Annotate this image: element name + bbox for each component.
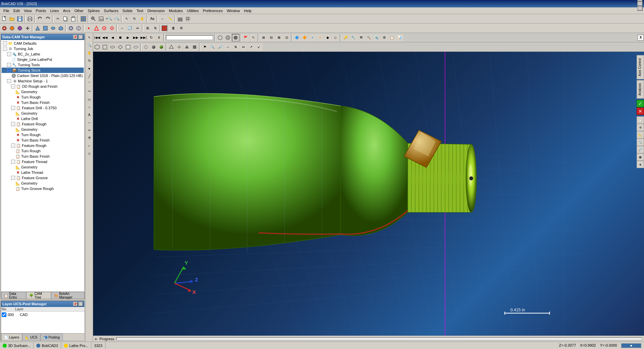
toolpath-button[interactable] — [8, 25, 16, 32]
menu-other[interactable]: Other — [72, 8, 86, 13]
vp2-front[interactable] — [101, 43, 109, 51]
tree-feature-drill[interactable]: - 📋 Feature Drill - 0.3750 — [2, 105, 84, 111]
vp-tool2[interactable]: 🔧 — [350, 34, 357, 41]
menu-arcs[interactable]: Arcs — [61, 8, 72, 13]
left-tb-offset[interactable]: ⇈ — [86, 134, 93, 142]
vp2-shaded[interactable] — [150, 43, 157, 51]
expand-machine[interactable]: - — [7, 79, 11, 83]
vp-shape2[interactable]: 🔶 — [301, 34, 308, 41]
shading-button[interactable] — [67, 25, 75, 32]
tree-feature-rough-1[interactable]: - 📋 Feature Rough — [2, 121, 84, 127]
open-button[interactable] — [8, 15, 16, 23]
tree-basic-finish-2[interactable]: ✖ Turn Basic Finish — [2, 138, 84, 143]
zoom-out-button[interactable]: -🔍 — [113, 15, 120, 23]
left-tb-line[interactable]: ╱ — [86, 72, 93, 80]
vp-tool6[interactable]: ⚙ — [380, 34, 388, 41]
vp-tool1[interactable]: 🔑 — [342, 34, 349, 41]
left-tb-trim[interactable]: ✂ — [86, 126, 93, 134]
vp2-iso[interactable] — [93, 43, 101, 51]
left-tb-text[interactable]: A — [86, 111, 93, 118]
right-btn-5[interactable]: 🔎 — [637, 146, 644, 153]
left-tb-fillet[interactable]: ⌐ — [86, 142, 93, 149]
post-button[interactable] — [24, 25, 31, 32]
title-controls[interactable]: _ □ × — [637, 0, 643, 11]
tree-cam-defaults[interactable]: - 📁 CAM Defaults — [2, 41, 84, 46]
maximize-button[interactable]: □ — [637, 1, 643, 6]
tree-feature-rough-2[interactable]: - 📋 Feature Rough — [2, 143, 84, 148]
layer-pin-button[interactable]: 📌 — [73, 302, 78, 306]
tree-geo-2[interactable]: 📐 Geometry — [2, 111, 84, 116]
mirror-button[interactable]: ⇅ — [152, 25, 159, 32]
menu-modules[interactable]: Modules — [167, 8, 185, 13]
left-tb-rotate[interactable]: ↻ — [86, 57, 93, 64]
vp2-op1[interactable] — [168, 43, 175, 51]
zoom-fit-button[interactable]: ALL — [97, 15, 105, 23]
cam-button[interactable] — [1, 25, 8, 32]
tree-basic-finish-1[interactable]: ✖ Turn Basic Finish — [2, 100, 84, 105]
snap-midpoint[interactable] — [93, 25, 100, 32]
view-side-button[interactable] — [42, 25, 49, 32]
left-tb-pan[interactable]: ✋ — [86, 49, 93, 56]
left-tb-arc[interactable]: ⌒ — [86, 80, 93, 87]
tree-lathe-drill[interactable]: ✖ Lathe Drill — [2, 116, 84, 121]
tree-geo-groove[interactable]: 📐 Geometry — [2, 181, 84, 186]
view-front-button[interactable] — [34, 25, 41, 32]
axis-control-tab[interactable]: Axis Control — [637, 55, 644, 79]
tree-turn-rough-2[interactable]: ✖ Turn Rough — [2, 132, 84, 138]
vp-pause[interactable]: ⏸ — [155, 34, 163, 41]
cut-button[interactable]: ✂ — [54, 15, 62, 23]
rotate-button[interactable]: ↻ — [131, 15, 138, 23]
tree-turning-tools[interactable]: - 🔧 Turning Tools — [2, 62, 84, 68]
expand-bc2x[interactable]: - — [7, 52, 11, 56]
left-tb-spline[interactable]: 〜 — [86, 88, 93, 95]
vp-shape1[interactable]: 🔷 — [293, 34, 300, 41]
dim-button[interactable]: ↔ — [159, 15, 166, 23]
grid-button[interactable] — [184, 15, 192, 23]
vp-cursor[interactable]: ↖ — [250, 34, 257, 41]
vp-shape5[interactable]: ◆ — [324, 34, 331, 41]
delete-button[interactable]: 🗑 — [170, 25, 177, 32]
right-btn-6[interactable]: ▦ — [637, 153, 644, 161]
expand-turning-job[interactable]: - — [3, 47, 7, 51]
left-tb-rect[interactable]: ▭ — [86, 95, 93, 103]
reject-button[interactable]: ✕ — [637, 108, 644, 115]
vp2-op7[interactable]: 🔎 — [216, 43, 224, 51]
tab-cam-tree[interactable]: 🌳 CAM Tree — [26, 292, 51, 299]
rotate3d-button[interactable]: 🔄 — [126, 25, 133, 32]
tree-geo-thread[interactable]: 📐 Geometry — [2, 164, 84, 170]
expand-rough1[interactable]: - — [11, 122, 15, 126]
vp2-op4[interactable] — [191, 43, 198, 51]
menu-splines[interactable]: Splines — [86, 8, 102, 13]
view-iso-button[interactable] — [57, 25, 65, 32]
tab-bobart[interactable]: 🎨 BobArt Manager — [51, 292, 84, 299]
vp2-bottom[interactable] — [132, 43, 139, 51]
menu-dimension[interactable]: Dimension — [145, 8, 167, 13]
menu-lines[interactable]: Lines — [48, 8, 61, 13]
menu-help[interactable]: Help — [242, 8, 254, 13]
close-button[interactable]: × — [637, 6, 643, 11]
expand-drill[interactable]: - — [11, 106, 15, 110]
snap-quad[interactable] — [108, 25, 116, 32]
vp-loop[interactable]: ↻ — [148, 34, 155, 41]
vp-tool7[interactable]: 📋 — [388, 34, 396, 41]
paste-button[interactable] — [70, 15, 77, 23]
menu-utilities[interactable]: Utilities — [185, 8, 201, 13]
menu-solids[interactable]: Solids — [120, 8, 134, 13]
vp-tool4[interactable]: 🔨 — [365, 34, 372, 41]
viewport-x-button[interactable]: X — [638, 35, 644, 41]
menu-view[interactable]: View — [22, 8, 34, 13]
tree-od-rough[interactable]: - 📋 OD Rough and Finish — [2, 84, 84, 89]
tree-turn-rough-1[interactable]: ✖ Turn Rough — [2, 94, 84, 100]
snap-endpoint[interactable] — [85, 25, 92, 32]
vp-rewind[interactable]: ◀◀ — [101, 34, 109, 41]
vp2-op6[interactable]: 🔍 — [209, 43, 216, 51]
cam-tree-close-button[interactable]: × — [78, 35, 83, 39]
left-tb-circle[interactable]: ○ — [86, 103, 93, 111]
wireframe-button[interactable] — [75, 25, 82, 32]
tree-machine-setup[interactable]: - 🖥 Machine Setup - 1 — [2, 78, 84, 84]
tree-feature-groove[interactable]: - 📋 Feature Groove — [2, 175, 84, 181]
move-button[interactable]: ↔ — [118, 25, 126, 32]
vp2-op12[interactable]: ↙ — [255, 43, 263, 51]
print-button[interactable] — [26, 15, 34, 23]
zoom-in-button[interactable]: +🔍 — [105, 15, 113, 23]
